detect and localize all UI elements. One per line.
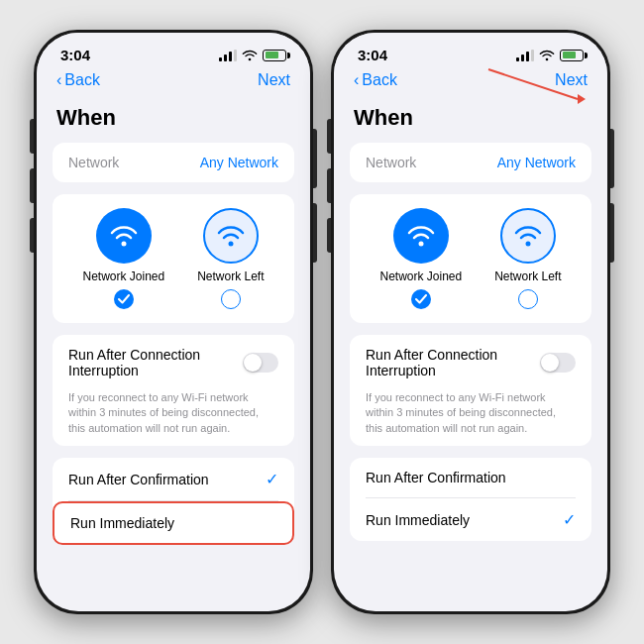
network-left-1[interactable]: Network Left: [197, 208, 264, 309]
status-icons-2: [516, 50, 584, 61]
network-joined-check-1: [114, 289, 134, 309]
wifi-left-icon-1: [203, 208, 259, 264]
svg-point-1: [228, 242, 233, 247]
section-title-1: When: [37, 97, 310, 143]
network-left-label-1: Network Left: [197, 269, 264, 283]
network-joined-1[interactable]: Network Joined: [82, 208, 164, 309]
network-label-2: Network: [366, 155, 416, 170]
network-card-row-1: Network Any Network: [53, 143, 294, 182]
nav-bar-1: ‹ Back Next: [37, 67, 310, 97]
phone-2: 3:04: [331, 30, 610, 614]
content-1: When Network Any Network: [37, 97, 310, 567]
network-left-check-2: [518, 289, 538, 309]
content-2: When Network Any Network: [334, 97, 607, 563]
toggle-desc-2: If you reconnect to any Wi-Fi network wi…: [350, 390, 591, 446]
network-left-2[interactable]: Network Left: [494, 208, 561, 309]
network-joined-2[interactable]: Network Joined: [379, 208, 462, 309]
wifi-status-icon-2: [539, 50, 555, 61]
wifi-status-icon-1: [242, 50, 258, 61]
svg-point-4: [418, 242, 423, 247]
section-title-2: When: [334, 97, 607, 143]
next-button-1[interactable]: Next: [258, 71, 290, 89]
network-options-1: Network Joined Net: [53, 194, 294, 323]
status-bar-2: 3:04: [334, 33, 607, 67]
wifi-left-icon-2: [500, 208, 556, 264]
run-after-confirmation-label-2: Run After Confirmation: [366, 470, 506, 485]
svg-point-5: [525, 242, 530, 247]
network-left-label-2: Network Left: [494, 269, 561, 283]
run-immediately-label-1: Run Immediately: [70, 515, 174, 531]
toggle-desc-1: If you reconnect to any Wi-Fi network wi…: [53, 390, 294, 446]
chevron-left-icon-1: ‹: [56, 71, 61, 89]
network-joined-check-2: [411, 289, 431, 309]
run-immediately-label-2: Run Immediately: [366, 512, 470, 528]
run-immediately-check-2: ✓: [563, 510, 576, 529]
nav-bar-2: ‹ Back Next: [334, 67, 607, 97]
run-after-confirmation-row-1[interactable]: Run After Confirmation ✓: [53, 458, 294, 500]
time-1: 3:04: [60, 47, 90, 63]
network-row-1[interactable]: Network Any Network: [53, 143, 294, 182]
network-card-row-2: Network Any Network: [350, 143, 591, 182]
network-label-1: Network: [68, 155, 119, 170]
toggle-switch-1[interactable]: [243, 353, 278, 373]
run-immediately-row-1[interactable]: Run Immediately: [53, 501, 294, 545]
run-after-confirmation-check-1: ✓: [266, 470, 278, 488]
network-row-2[interactable]: Network Any Network: [350, 143, 591, 182]
network-value-1: Any Network: [200, 155, 278, 170]
network-joined-label-1: Network Joined: [82, 269, 164, 283]
toggle-label-2: Run After Connection Interruption: [366, 347, 540, 378]
wifi-joined-icon-2: [393, 208, 449, 264]
network-left-check-1: [221, 289, 241, 309]
network-options-2: Network Joined Net: [350, 194, 591, 323]
run-after-confirmation-row-2[interactable]: Run After Confirmation: [350, 458, 591, 497]
toggle-row-2[interactable]: Run After Connection Interruption: [350, 335, 591, 390]
signal-icon-1: [219, 50, 237, 61]
options-card-2: Run After Confirmation Run Immediately ✓: [350, 458, 591, 541]
status-icons-1: [219, 50, 286, 61]
toggle-card-1: Run After Connection Interruption If you…: [53, 335, 294, 446]
chevron-left-icon-2: ‹: [354, 71, 359, 89]
toggle-card-2: Run After Connection Interruption If you…: [350, 335, 591, 446]
status-bar-1: 3:04: [37, 33, 310, 67]
run-immediately-row-2[interactable]: Run Immediately ✓: [350, 498, 591, 541]
back-button-2[interactable]: ‹ Back: [354, 71, 397, 89]
svg-point-0: [121, 242, 126, 247]
toggle-label-1: Run After Connection Interruption: [68, 347, 243, 378]
wifi-joined-icon-1: [96, 208, 152, 264]
time-2: 3:04: [358, 47, 387, 63]
next-button-2[interactable]: Next: [555, 71, 588, 89]
phone-1: 3:04: [34, 30, 313, 614]
signal-icon-2: [516, 50, 534, 61]
battery-icon-2: [560, 50, 584, 61]
network-joined-label-2: Network Joined: [379, 269, 462, 283]
toggle-switch-2[interactable]: [540, 353, 576, 373]
run-after-confirmation-label-1: Run After Confirmation: [68, 472, 209, 487]
toggle-row-1[interactable]: Run After Connection Interruption: [53, 335, 294, 390]
options-card-1: Run After Confirmation ✓ Run Immediately: [53, 458, 294, 545]
back-button-1[interactable]: ‹ Back: [56, 71, 100, 89]
network-value-2: Any Network: [497, 155, 576, 170]
battery-icon-1: [263, 50, 286, 61]
